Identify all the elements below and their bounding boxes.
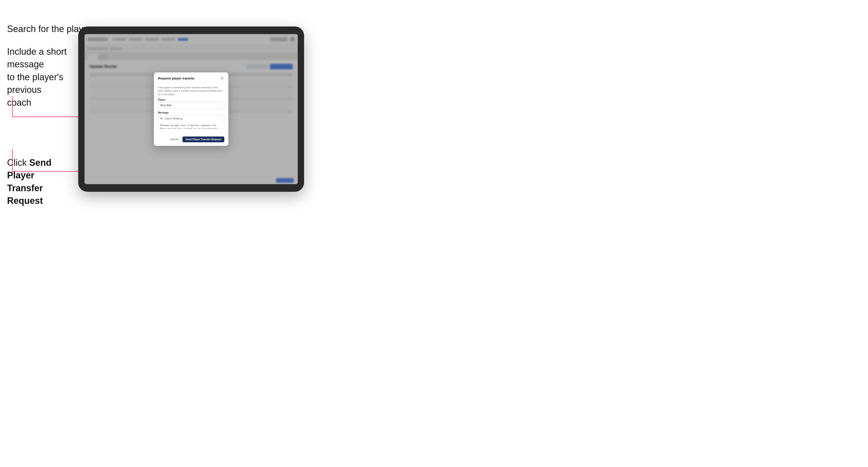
message-textarea[interactable]: Hi Coach McHarg, Please accept this tran… (158, 115, 224, 129)
tablet-screen: Update Roster (85, 34, 298, 184)
cancel-button[interactable]: Cancel (168, 137, 180, 142)
tablet-device: Update Roster (78, 27, 304, 192)
modal-footer: Cancel Send Player Transfer Request (154, 136, 228, 146)
player-field-label: Player (158, 98, 224, 101)
modal-overlay: Request player transfer ✕ If the player … (85, 34, 298, 184)
modal-header: Request player transfer ✕ (154, 72, 228, 83)
transfer-request-modal: Request player transfer ✕ If the player … (154, 72, 228, 146)
message-field-label: Message (158, 111, 224, 114)
modal-body: If the player is transferring from anoth… (154, 83, 228, 136)
annotation-message: Include a short messageto the player's p… (7, 45, 75, 109)
modal-title: Request player transfer (158, 76, 194, 80)
arrow-line-2-v (12, 149, 12, 172)
modal-description: If the player is transferring from anoth… (158, 86, 224, 96)
modal-close-button[interactable]: ✕ (220, 76, 224, 81)
annotation-click: Click Send Player Transfer Request (7, 156, 70, 208)
arrow-line-1 (12, 96, 12, 117)
player-search-input[interactable] (158, 102, 224, 109)
send-transfer-request-button[interactable]: Send Player Transfer Request (182, 136, 224, 142)
